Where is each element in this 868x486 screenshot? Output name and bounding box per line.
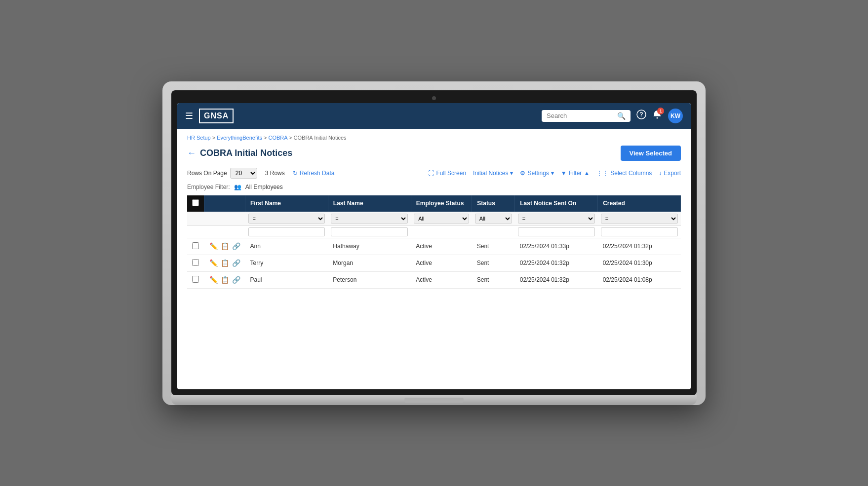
refresh-icon: ↻ bbox=[293, 170, 298, 177]
link-icon[interactable]: 🔗 bbox=[232, 242, 240, 250]
employee-status-op-select[interactable]: AllActiveInactive bbox=[414, 214, 469, 224]
rows-per-page-select[interactable]: 10 20 50 100 bbox=[230, 168, 257, 179]
created-header[interactable]: Created bbox=[598, 195, 681, 212]
row1-last-notice-sent-on: 02/25/2024 01:33p bbox=[515, 238, 598, 255]
svg-text:?: ? bbox=[639, 111, 643, 118]
filter-first-name-op[interactable]: =contains bbox=[245, 212, 328, 226]
filter-label: Filter bbox=[569, 170, 582, 177]
row1-employee-status: Active bbox=[411, 238, 472, 255]
row1-actions-cell: ✏️ 📋 🔗 bbox=[204, 238, 245, 255]
filter-input-actions bbox=[204, 225, 245, 238]
logo-text: GNSA bbox=[204, 112, 229, 120]
page-title: ← COBRA Initial Notices bbox=[187, 148, 292, 158]
status-header[interactable]: Status bbox=[472, 195, 515, 212]
header-left: ☰ GNSA bbox=[185, 109, 234, 123]
filter-employee-status-op[interactable]: AllActiveInactive bbox=[411, 212, 472, 226]
select-columns-icon: ⋮⋮ bbox=[596, 170, 608, 177]
filter-icon: ▼ bbox=[561, 170, 567, 177]
initial-notices-chevron: ▾ bbox=[510, 170, 513, 177]
toolbar-left: Rows On Page 10 20 50 100 3 Rows ↻ Refre bbox=[187, 168, 334, 179]
last-notice-filter-input[interactable] bbox=[518, 227, 595, 236]
employee-filter-label: Employee Filter: bbox=[187, 184, 230, 190]
first-name-header[interactable]: First Name bbox=[245, 195, 328, 212]
link-icon[interactable]: 🔗 bbox=[232, 259, 240, 267]
filter-dropdown[interactable]: ▼ Filter ▲ bbox=[561, 170, 590, 177]
svg-point-2 bbox=[657, 117, 658, 119]
fullscreen-button[interactable]: ⛶ Full Screen bbox=[428, 170, 466, 177]
filter-chevron: ▲ bbox=[584, 170, 590, 177]
filter-input-last-notice[interactable] bbox=[515, 225, 598, 238]
created-filter-input[interactable] bbox=[601, 227, 678, 236]
filter-input-employee-status bbox=[411, 225, 472, 238]
filter-input-first-name[interactable] bbox=[245, 225, 328, 238]
edit-icon[interactable]: ✏️ bbox=[209, 276, 218, 284]
refresh-label: Refresh Data bbox=[300, 170, 335, 177]
filter-input-created[interactable] bbox=[598, 225, 681, 238]
filter-created-op[interactable]: =>< bbox=[598, 212, 681, 226]
employee-filter-row: Employee Filter: 👥 All Employees bbox=[187, 184, 681, 190]
employee-status-header[interactable]: Employee Status bbox=[411, 195, 472, 212]
employee-filter-value[interactable]: All Employees bbox=[245, 184, 283, 190]
row1-created: 02/25/2024 01:32p bbox=[598, 238, 681, 255]
row1-first-name: Ann bbox=[245, 238, 328, 255]
row1-status: Sent bbox=[472, 238, 515, 255]
row3-checkbox-cell[interactable] bbox=[187, 271, 204, 288]
logo-box: GNSA bbox=[199, 109, 234, 123]
settings-dropdown[interactable]: ⚙ Settings ▾ bbox=[520, 170, 553, 177]
last-notice-op-select[interactable]: =>< bbox=[518, 214, 595, 224]
select-all-checkbox[interactable] bbox=[192, 199, 199, 206]
page-title-row: ← COBRA Initial Notices View Selected bbox=[187, 146, 681, 161]
row3-employee-status: Active bbox=[411, 271, 472, 288]
last-name-header[interactable]: Last Name bbox=[328, 195, 411, 212]
row1-actions: ✏️ 📋 🔗 bbox=[209, 242, 240, 250]
view-selected-button[interactable]: View Selected bbox=[621, 146, 681, 161]
last-notice-sent-on-header[interactable]: Last Notice Sent On bbox=[515, 195, 598, 212]
employee-filter-icon: 👥 bbox=[234, 184, 241, 190]
row2-checkbox[interactable] bbox=[192, 259, 199, 266]
settings-icon: ⚙ bbox=[520, 170, 525, 177]
refresh-button[interactable]: ↻ Refresh Data bbox=[293, 170, 335, 177]
row2-last-notice-sent-on: 02/25/2024 01:32p bbox=[515, 255, 598, 271]
filter-last-name-op[interactable]: =contains bbox=[328, 212, 411, 226]
hamburger-icon[interactable]: ☰ bbox=[185, 111, 193, 121]
export-button[interactable]: ↓ Export bbox=[659, 170, 681, 177]
row1-checkbox[interactable] bbox=[192, 242, 199, 249]
document-icon[interactable]: 📋 bbox=[221, 259, 229, 267]
edit-icon[interactable]: ✏️ bbox=[209, 242, 218, 250]
search-container: 🔍 bbox=[542, 110, 631, 122]
row1-checkbox-cell[interactable] bbox=[187, 238, 204, 255]
initial-notices-dropdown[interactable]: Initial Notices ▾ bbox=[473, 170, 513, 177]
trackpad bbox=[404, 398, 464, 403]
document-icon[interactable]: 📋 bbox=[221, 242, 229, 250]
initial-notices-label: Initial Notices bbox=[473, 170, 508, 177]
filter-checkbox-cell bbox=[187, 212, 204, 226]
search-icon[interactable]: 🔍 bbox=[617, 112, 626, 120]
first-name-filter-input[interactable] bbox=[248, 227, 325, 236]
created-op-select[interactable]: =>< bbox=[601, 214, 678, 224]
document-icon[interactable]: 📋 bbox=[221, 276, 229, 284]
user-avatar[interactable]: KW bbox=[668, 109, 683, 123]
settings-label: Settings bbox=[527, 170, 549, 177]
last-name-op-select[interactable]: =contains bbox=[331, 214, 408, 224]
search-input[interactable] bbox=[547, 112, 614, 119]
row3-status: Sent bbox=[472, 271, 515, 288]
select-columns-button[interactable]: ⋮⋮ Select Columns bbox=[596, 170, 652, 177]
notification-icon[interactable]: 1 bbox=[652, 110, 662, 122]
status-op-select[interactable]: AllSentPending bbox=[475, 214, 512, 224]
first-name-op-select[interactable]: =contains bbox=[248, 214, 325, 224]
select-all-header[interactable] bbox=[187, 195, 204, 212]
filter-last-notice-op[interactable]: =>< bbox=[515, 212, 598, 226]
rows-on-page-label: Rows On Page bbox=[187, 170, 227, 177]
row2-employee-status: Active bbox=[411, 255, 472, 271]
back-button[interactable]: ← bbox=[187, 148, 196, 158]
edit-icon[interactable]: ✏️ bbox=[209, 259, 218, 267]
filter-input-last-name[interactable] bbox=[328, 225, 411, 238]
toolbar: Rows On Page 10 20 50 100 3 Rows ↻ Refre bbox=[187, 168, 681, 179]
last-name-filter-input[interactable] bbox=[331, 227, 408, 236]
link-icon[interactable]: 🔗 bbox=[232, 276, 240, 284]
filter-status-op[interactable]: AllSentPending bbox=[472, 212, 515, 226]
row2-checkbox-cell[interactable] bbox=[187, 255, 204, 271]
row3-actions-cell: ✏️ 📋 🔗 bbox=[204, 271, 245, 288]
row3-checkbox[interactable] bbox=[192, 276, 199, 283]
help-icon[interactable]: ? bbox=[636, 110, 646, 122]
